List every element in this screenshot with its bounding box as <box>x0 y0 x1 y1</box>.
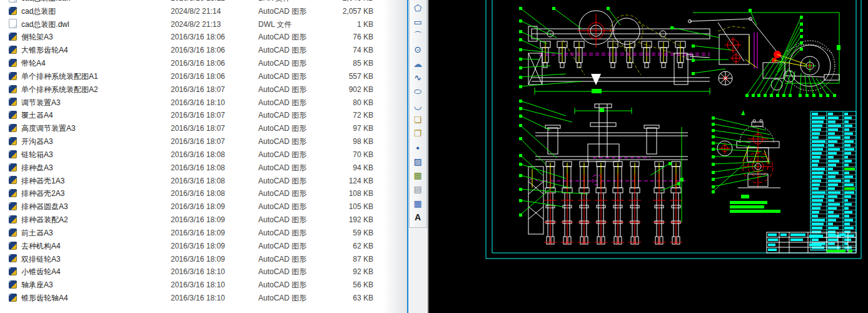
file-row[interactable]: 单个排种系统装配图A22016/3/16 18:07AutoCAD 图形902 … <box>0 83 407 96</box>
dwg-file-icon <box>9 187 19 200</box>
file-date: 2016/3/16 18:07 <box>171 135 253 148</box>
file-row[interactable]: 去种机构A42016/3/16 18:09AutoCAD 图形62 KB <box>0 240 407 253</box>
region-icon[interactable]: ▤ <box>411 183 425 196</box>
file-row[interactable]: 单个排种系统装配图A12016/3/16 18:06AutoCAD 图形557 … <box>0 70 407 83</box>
dwg-file-icon <box>9 148 19 162</box>
generic-file-icon <box>9 0 19 5</box>
file-name[interactable]: 前土器A3 <box>21 227 166 240</box>
multiline-text-icon[interactable]: A <box>411 211 425 224</box>
file-name[interactable]: 小锥齿轮A4 <box>21 265 166 279</box>
file-size: 80 KB <box>313 96 373 110</box>
dwg-file-icon <box>9 200 19 213</box>
file-row[interactable]: 排种器圆盘A32016/3/16 18:09AutoCAD 图形105 KB <box>0 200 407 213</box>
file-row[interactable]: 带轮A42016/3/16 18:06AutoCAD 图形85 KB <box>0 57 407 70</box>
file-date: 2016/3/16 18:06 <box>171 70 253 83</box>
dwg-file-icon <box>9 240 19 253</box>
file-name[interactable]: 排种器圆盘A3 <box>21 200 166 213</box>
file-row[interactable]: 链轮箱A32016/3/16 18:08AutoCAD 图形70 KB <box>0 148 407 162</box>
file-date: 2016/3/16 18:07 <box>171 109 253 122</box>
insert-block-icon[interactable]: ❏ <box>411 113 425 126</box>
hatch-icon[interactable]: ▨ <box>411 155 425 168</box>
file-row[interactable]: cad总装图.bak2016/3/16 18:12BAK 文件2,046 KB <box>0 0 407 5</box>
dwg-file-icon <box>9 162 19 175</box>
file-name[interactable]: 锥形齿轮轴A4 <box>21 292 166 305</box>
file-row[interactable]: 锥形齿轮轴A42016/3/16 18:10AutoCAD 图形63 KB <box>0 292 407 305</box>
file-name[interactable]: 带轮A4 <box>21 57 166 70</box>
file-name[interactable]: 单个排种系统装配图A2 <box>21 83 166 96</box>
file-name[interactable]: 双排链轮A3 <box>21 253 166 266</box>
point-icon[interactable]: ▪ <box>411 141 425 154</box>
file-date: 2016/3/16 18:06 <box>171 44 253 57</box>
file-date: 2016/3/16 18:10 <box>171 265 253 279</box>
autocad-drawing-canvas[interactable] <box>429 0 868 313</box>
file-row[interactable]: 前土器A32016/3/16 18:09AutoCAD 图形59 KB <box>0 227 407 240</box>
file-size: 2,057 KB <box>313 5 373 18</box>
file-size: 72 KB <box>313 109 373 122</box>
dwg-file-icon <box>9 175 19 188</box>
file-date: 2016/3/16 18:08 <box>171 187 253 200</box>
bom-table <box>810 111 856 250</box>
file-name[interactable]: 去种机构A4 <box>21 240 166 253</box>
autocad-draw-toolbar: ⬠▭⌒⊙☁∿⬭◡❏❐▪▨▩▤▦A <box>408 0 428 313</box>
file-row[interactable]: 排种器壳1A32016/3/16 18:08AutoCAD 图形124 KB <box>0 175 407 188</box>
file-size: 92 KB <box>313 265 373 279</box>
file-row[interactable]: 轴承座A32016/3/16 18:10AutoCAD 图形56 KB <box>0 279 407 292</box>
file-name[interactable]: 链轮箱A3 <box>21 148 166 162</box>
file-name[interactable]: cad总装图.dwl <box>21 18 166 31</box>
gradient-icon[interactable]: ▩ <box>411 169 425 182</box>
table-icon[interactable]: ▦ <box>411 197 425 210</box>
file-date: 2016/3/16 18:10 <box>171 292 253 305</box>
file-row[interactable]: 双排链轮A32016/3/16 18:09AutoCAD 图形87 KB <box>0 253 407 266</box>
rectangle-icon[interactable]: ▭ <box>411 15 425 28</box>
file-row[interactable]: 侧轮架A32016/3/16 18:06AutoCAD 图形76 KB <box>0 31 407 44</box>
circle-icon[interactable]: ⊙ <box>411 43 425 56</box>
file-row[interactable]: 高度调节装置A32016/3/16 18:07AutoCAD 图形97 KB <box>0 122 407 135</box>
file-size: 56 KB <box>313 279 373 292</box>
file-name[interactable]: 排种器装配A2 <box>21 213 166 227</box>
file-name[interactable]: 排种盘A3 <box>21 162 166 175</box>
dwg-file-icon <box>9 57 19 70</box>
file-size: 74 KB <box>313 44 373 57</box>
ellipse-icon[interactable]: ⬭ <box>411 85 425 98</box>
file-name[interactable]: 单个排种系统装配图A1 <box>21 70 166 83</box>
revision-cloud-icon[interactable]: ☁ <box>411 57 425 70</box>
spline-icon[interactable]: ∿ <box>411 71 425 85</box>
file-name[interactable]: cad总装图.bak <box>21 0 166 5</box>
file-name[interactable]: 开沟器A3 <box>21 135 166 148</box>
ellipse-arc-icon[interactable]: ◡ <box>411 99 425 112</box>
file-name[interactable]: 调节装置A3 <box>21 96 166 110</box>
file-date: 2016/3/16 18:09 <box>171 200 253 213</box>
dwg-file-icon <box>9 83 19 96</box>
file-size: 87 KB <box>313 253 373 266</box>
dwg-file-icon <box>9 5 19 18</box>
file-name[interactable]: 排种器壳2A3 <box>21 187 166 200</box>
file-name[interactable]: 排种器壳1A3 <box>21 175 166 188</box>
dwg-file-icon <box>9 135 19 148</box>
file-name[interactable]: 高度调节装置A3 <box>21 122 166 135</box>
file-row[interactable]: 排种器壳2A32016/3/16 18:08AutoCAD 图形108 KB <box>0 187 407 200</box>
file-name[interactable]: 大锥形齿轮A4 <box>21 44 166 57</box>
arc-icon[interactable]: ⌒ <box>411 29 425 43</box>
file-name[interactable]: 侧轮架A3 <box>21 31 166 44</box>
file-date: 2016/3/16 18:10 <box>171 279 253 292</box>
file-row[interactable]: 覆土器A42016/3/16 18:07AutoCAD 图形72 KB <box>0 109 407 122</box>
file-date: 2016/3/16 18:09 <box>171 213 253 227</box>
file-row[interactable]: cad总装图2024/8/2 21:14AutoCAD 图形2,057 KB <box>0 5 407 18</box>
polygon-icon[interactable]: ⬠ <box>411 1 425 14</box>
file-row[interactable]: 小锥齿轮A42016/3/16 18:10AutoCAD 图形92 KB <box>0 265 407 279</box>
file-size: 85 KB <box>313 57 373 70</box>
file-row[interactable]: 排种盘A32016/3/16 18:08AutoCAD 图形94 KB <box>0 162 407 175</box>
file-name[interactable]: 覆土器A4 <box>21 109 166 122</box>
file-row[interactable]: cad总装图.dwl2024/8/2 21:13DWL 文件1 KB <box>0 18 407 31</box>
file-size: 70 KB <box>313 148 373 162</box>
file-row[interactable]: 调节装置A32016/3/16 18:10AutoCAD 图形80 KB <box>0 96 407 110</box>
file-row[interactable]: 大锥形齿轮A42016/3/16 18:06AutoCAD 图形74 KB <box>0 44 407 57</box>
file-name[interactable]: 轴承座A3 <box>21 279 166 292</box>
file-row[interactable]: 开沟器A32016/3/16 18:07AutoCAD 图形98 KB <box>0 135 407 148</box>
dwg-file-icon <box>9 213 19 227</box>
dwg-file-icon <box>9 109 19 122</box>
make-block-icon[interactable]: ❐ <box>411 127 425 140</box>
file-row[interactable]: 排种器装配A22016/3/16 18:09AutoCAD 图形192 KB <box>0 213 407 227</box>
dwg-file-icon <box>9 265 19 279</box>
file-name[interactable]: cad总装图 <box>21 5 166 18</box>
